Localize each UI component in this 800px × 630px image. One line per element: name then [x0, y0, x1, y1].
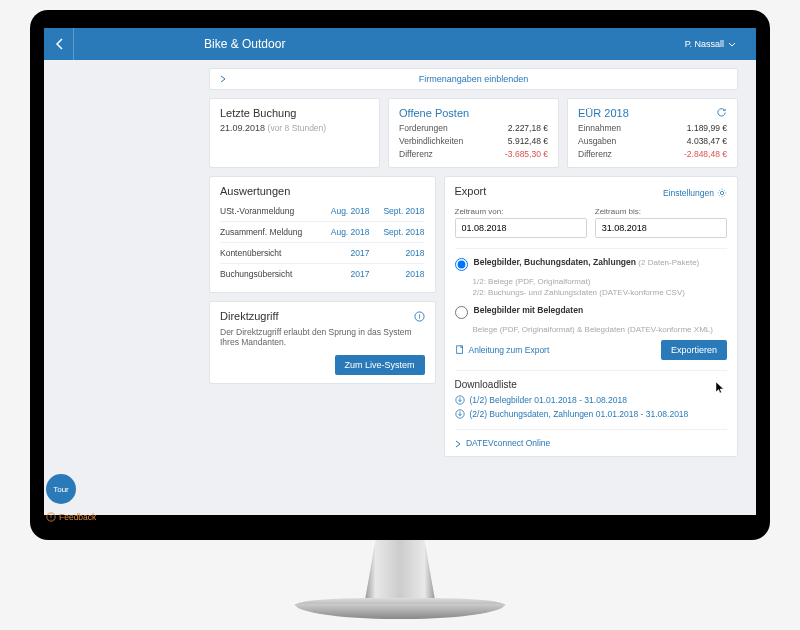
download-item[interactable]: (1/2) Belegbilder 01.01.2018 - 31.08.201…	[455, 395, 727, 405]
downloads-title: Downloadliste	[455, 379, 727, 390]
card-direct-access: Direktzugriff i Der Direktzugriff erlaub…	[209, 301, 436, 384]
row-differenz: Differenz-3.685,30 €	[399, 149, 548, 159]
chevron-down-icon	[728, 42, 736, 47]
export-settings-link[interactable]: Einstellungen	[663, 188, 727, 198]
chevron-right-icon	[455, 440, 461, 448]
report-link[interactable]: Aug. 2018	[315, 227, 370, 237]
svg-point-2	[720, 191, 723, 194]
card-title: Auswertungen	[220, 185, 425, 197]
report-link[interactable]: Sept. 2018	[370, 227, 425, 237]
card-reports: Auswertungen USt.-Voranmeldung Aug. 2018…	[209, 176, 436, 293]
export-option-1[interactable]: Belegbilder, Buchungsdaten, Zahlungen (2…	[455, 257, 727, 271]
report-link[interactable]: Aug. 2018	[315, 206, 370, 216]
report-row: USt.-Voranmeldung Aug. 2018 Sept. 2018	[220, 201, 425, 222]
download-item[interactable]: (2/2) Buchungsdaten, Zahlungen 01.01.201…	[455, 409, 727, 419]
card-title: EÜR 2018	[578, 107, 727, 119]
report-row: Buchungsübersicht 2017 2018	[220, 264, 425, 284]
date-from-input[interactable]	[455, 218, 587, 238]
radio-input[interactable]	[455, 258, 468, 271]
export-button[interactable]: Exportieren	[661, 340, 727, 360]
document-icon	[455, 345, 465, 355]
monitor-stand	[335, 540, 465, 630]
card-eur[interactable]: EÜR 2018 Einnahmen1.189,99 € Ausgaben4.0…	[567, 98, 738, 168]
row-verbindlichkeiten: Verbindlichkeiten5.912,48 €	[399, 136, 548, 146]
tour-button[interactable]: Tour	[46, 474, 76, 504]
row-forderungen: Forderungen2.227,18 €	[399, 123, 548, 133]
card-title: Export	[455, 185, 487, 197]
live-system-button[interactable]: Zum Live-System	[335, 355, 425, 375]
user-name: P. Nassall	[685, 39, 724, 49]
to-label: Zeitraum bis:	[595, 207, 727, 216]
expand-label: Firmenangaben einblenden	[419, 74, 529, 84]
download-icon	[455, 395, 465, 405]
card-last-booking: Letzte Buchung 21.09.2018 (vor 8 Stunden…	[209, 98, 380, 168]
card-export: Export Einstellungen Zeitraum von: Zeitr…	[444, 176, 738, 457]
report-row: Kontenübersicht 2017 2018	[220, 243, 425, 264]
direct-text: Der Direktzugriff erlaubt den Sprung in …	[220, 327, 425, 347]
from-label: Zeitraum von:	[455, 207, 587, 216]
card-title: Offene Posten	[399, 107, 548, 119]
gear-icon	[717, 188, 727, 198]
card-title: Letzte Buchung	[220, 107, 369, 119]
last-booking-ago: (vor 8 Stunden)	[268, 123, 327, 133]
download-icon	[455, 409, 465, 419]
export-option-2[interactable]: Belegbilder mit Belegdaten	[455, 305, 727, 319]
report-link[interactable]: 2018	[370, 269, 425, 279]
card-title: Direktzugriff	[220, 310, 278, 322]
cursor-icon	[715, 381, 725, 395]
datev-connect-link[interactable]: DATEVconnect Online	[455, 429, 727, 448]
feedback-link[interactable]: Feedback	[46, 512, 96, 515]
last-booking-date: 21.09.2018	[220, 123, 265, 133]
report-link[interactable]: 2018	[370, 248, 425, 258]
date-to-input[interactable]	[595, 218, 727, 238]
user-menu[interactable]: P. Nassall	[685, 39, 756, 49]
export-guide-link[interactable]: Anleitung zum Export	[455, 345, 550, 355]
svg-text:i: i	[418, 312, 420, 321]
chevron-right-icon	[220, 75, 226, 83]
chevron-left-icon	[55, 38, 63, 50]
back-button[interactable]	[44, 28, 74, 60]
row-differenz: Differenz-2.848,48 €	[578, 149, 727, 159]
refresh-icon[interactable]	[716, 107, 727, 118]
row-einnahmen: Einnahmen1.189,99 €	[578, 123, 727, 133]
report-row: Zusammenf. Meldung Aug. 2018 Sept. 2018	[220, 222, 425, 243]
alert-icon	[46, 512, 56, 515]
info-icon[interactable]: i	[414, 311, 425, 322]
top-bar: Bike & Outdoor P. Nassall	[44, 28, 756, 60]
card-open-items[interactable]: Offene Posten Forderungen2.227,18 € Verb…	[388, 98, 559, 168]
svg-rect-3	[456, 346, 462, 354]
report-link[interactable]: Sept. 2018	[370, 206, 425, 216]
page-title: Bike & Outdoor	[74, 37, 685, 51]
row-ausgaben: Ausgaben4.038,47 €	[578, 136, 727, 146]
expand-company-info[interactable]: Firmenangaben einblenden	[209, 68, 738, 90]
report-link[interactable]: 2017	[315, 248, 370, 258]
radio-input[interactable]	[455, 306, 468, 319]
report-link[interactable]: 2017	[315, 269, 370, 279]
